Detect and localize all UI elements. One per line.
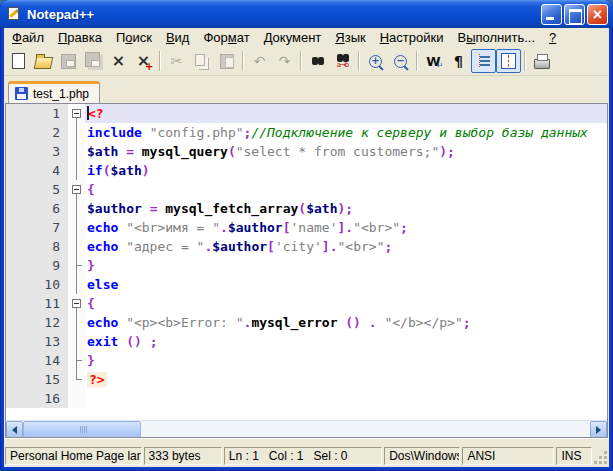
menu-item[interactable]: Вид [159,29,197,47]
print-icon [533,52,551,70]
undo-button [247,49,272,73]
new-file-icon [10,52,28,70]
zoom-in-button[interactable] [363,49,388,73]
show-indent-guide-button[interactable] [471,49,496,73]
close-button[interactable] [587,4,608,25]
menu-bar: ФайлПравкаПоискВидФорматДокументЯзыкНаст… [4,28,609,47]
title-bar[interactable]: Notepad++ [0,0,613,28]
fold-margin [68,199,85,218]
redo-icon [276,52,294,70]
save-all-icon [85,52,103,70]
menu-item[interactable]: Язык [328,29,372,47]
code-line[interactable]: 13exit () ; [6,332,607,351]
code-text: $ath = mysql_query("select * from custom… [85,142,607,161]
paste-icon [218,52,236,70]
minimize-button[interactable] [541,4,562,25]
line-number: 8 [6,237,68,256]
code-line[interactable]: 8echo "адрес = ".$author['city']."<br>"; [6,237,607,256]
fold-marker[interactable] [68,104,85,123]
status-pane-doc-type: Personal Home Page langua [5,447,142,465]
tab-test-1-php[interactable]: test_1.php [8,81,100,103]
code-line[interactable]: 1<? [6,104,607,123]
menu-item[interactable]: Выполнить... [450,29,542,47]
line-number: 13 [6,332,68,351]
fold-margin [68,389,85,408]
code-text: echo "<br>имя = ".$author['name']."<br>"… [85,218,607,237]
menu-item[interactable]: Поиск [109,29,159,47]
code-line[interactable]: 14} [6,351,607,370]
code-text: exit () ; [85,332,607,351]
code-text: ?> [85,370,607,389]
new-file-button[interactable] [6,49,31,73]
show-wrap-symbol-button[interactable] [496,49,521,73]
code-text: $author = mysql_fetch_array($ath); [85,199,607,218]
toolbar-separator [159,51,161,71]
code-area[interactable]: 1<?2include "config.php";//Подключение к… [6,104,607,420]
menu-item[interactable]: Документ [257,29,329,47]
tab-bar: test_1.php [4,76,609,103]
code-line[interactable]: 6$author = mysql_fetch_array($ath); [6,199,607,218]
menu-item[interactable]: Формат [196,29,256,47]
menu-item[interactable]: Настройки [373,29,451,47]
code-line[interactable]: 15?> [6,370,607,389]
line-number: 14 [6,351,68,370]
code-line[interactable]: 11{ [6,294,607,313]
code-text: } [85,256,607,275]
scrollbar-track[interactable] [23,421,590,437]
line-number: 1 [6,104,68,123]
zoom-out-button[interactable] [388,49,413,73]
cut-icon [168,52,186,70]
word-wrap-button[interactable] [421,49,446,73]
open-file-icon [35,52,53,70]
code-text: echo "<p><b>Error: ".mysql_error () . "<… [85,313,607,332]
scrollbar-thumb[interactable] [23,421,141,438]
replace-button[interactable] [330,49,355,73]
editor: 1<?2include "config.php";//Подключение к… [5,103,608,438]
status-pane-cursor-position: Ln : 1 Col : 1 Sel : 0 [224,447,382,465]
open-file-button[interactable] [31,49,56,73]
fold-margin [68,237,85,256]
resize-grip[interactable] [594,447,608,465]
fold-margin [68,142,85,161]
menu-item[interactable]: ? [542,29,563,47]
status-pane-encoding: ANSI [462,447,554,465]
code-line[interactable]: 2include "config.php";//Подключение к се… [6,123,607,142]
toolbar-separator [358,51,360,71]
code-line[interactable]: 5{ [6,180,607,199]
save-button [56,49,81,73]
toolbar-separator [300,51,302,71]
toolbar-separator [416,51,418,71]
close-all-button[interactable] [131,49,156,73]
horizontal-scrollbar[interactable] [6,420,607,437]
show-all-chars-button[interactable] [446,49,471,73]
code-text: if($ath) [85,161,607,180]
code-line[interactable]: 12echo "<p><b>Error: ".mysql_error () . … [6,313,607,332]
code-line[interactable]: 16 [6,389,607,408]
paste-button [214,49,239,73]
fold-marker[interactable] [68,180,85,199]
menu-item[interactable]: Файл [5,29,51,47]
code-text: else [85,275,607,294]
line-number: 10 [6,275,68,294]
code-line[interactable]: 4if($ath) [6,161,607,180]
code-line[interactable]: 7echo "<br>имя = ".$author['name']."<br>… [6,218,607,237]
find-button[interactable] [305,49,330,73]
code-line[interactable]: 3$ath = mysql_query("select * from custo… [6,142,607,161]
word-wrap-icon [425,52,443,70]
notepad-app-icon [6,6,22,22]
code-text: include "config.php";//Подключение к сер… [85,123,607,142]
maximize-button[interactable] [564,4,585,25]
code-text [85,389,607,408]
fold-marker[interactable] [68,294,85,313]
zoom-out-icon [392,52,410,70]
print-button[interactable] [529,49,554,73]
scroll-left-button[interactable] [6,421,23,438]
code-line[interactable]: 10else [6,275,607,294]
replace-icon [334,52,352,70]
window-client-area: ФайлПравкаПоискВидФорматДокументЯзыкНаст… [4,28,609,467]
code-line[interactable]: 9} [6,256,607,275]
status-pane-eol-format: Dos\Windows [384,447,460,465]
scroll-right-button[interactable] [590,421,607,438]
close-button[interactable] [106,49,131,73]
menu-item[interactable]: Правка [51,29,109,47]
